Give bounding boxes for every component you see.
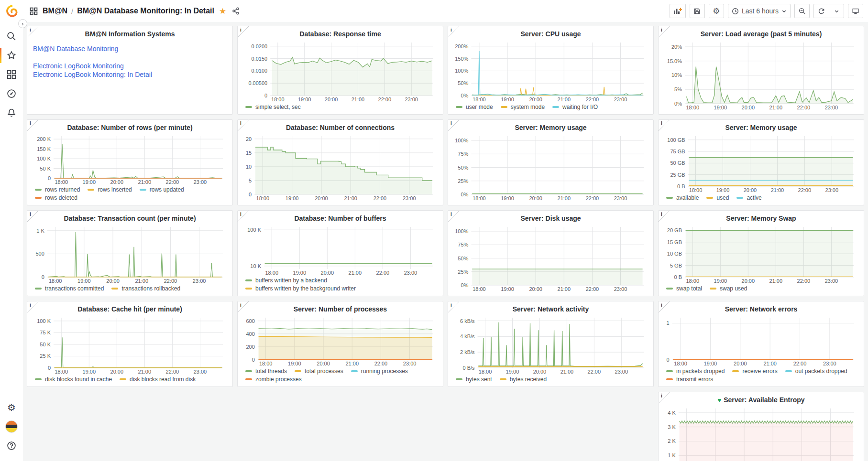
legend-item[interactable]: zombie processes — [245, 375, 302, 383]
panel-info-icon[interactable]: i — [238, 211, 249, 222]
panel-title[interactable]: Database: Number of rows (per minute) — [32, 122, 228, 133]
sidebar-item-help[interactable] — [0, 436, 23, 455]
panel-info-icon[interactable]: i — [448, 26, 460, 38]
panel-title[interactable]: Server: Memory usage — [663, 122, 859, 133]
dashboard-settings-button[interactable]: ⚙ — [709, 4, 724, 18]
legend-item[interactable]: buffers written by the background writer — [245, 285, 356, 292]
legend-item[interactable]: swap total — [666, 285, 702, 292]
legend-item[interactable]: system mode — [501, 103, 545, 111]
breadcrumb-folder[interactable]: BM@N — [43, 7, 67, 15]
legend-item[interactable]: user mode — [456, 103, 493, 111]
chart-db-buffers[interactable]: 10 K100 K18:0019:0020:0021:0022:0023:00 — [242, 224, 438, 276]
panel-title[interactable]: Server: Memory usage — [453, 122, 648, 133]
panel-info-icon[interactable]: i — [659, 392, 670, 404]
panel-info-icon[interactable]: i — [448, 120, 460, 131]
panel-title[interactable]: Server: Number of processes — [242, 304, 438, 315]
cycle-view-mode-button[interactable] — [848, 4, 863, 18]
chart-server-cpu[interactable]: 0%50%100%150%200%18:0019:0020:0021:0022:… — [453, 40, 648, 103]
legend-item[interactable]: bytes received — [500, 375, 547, 383]
legend-item[interactable]: transactions rollbacked — [111, 285, 180, 292]
legend-item[interactable]: disk blocks found in cache — [35, 375, 112, 383]
legend-item[interactable]: simple select, sec — [245, 103, 301, 111]
sidebar-item-search[interactable] — [0, 27, 23, 46]
save-dashboard-button[interactable] — [690, 4, 705, 18]
panel-title[interactable]: Server: Load average (past 5 minutes) — [663, 29, 859, 40]
legend-item[interactable]: rows returned — [35, 186, 80, 193]
chart-db-response-time[interactable]: 00.005000.01000.01500.020018:0019:0020:0… — [242, 40, 438, 103]
legend-item[interactable]: rows inserted — [88, 186, 132, 193]
panel-title[interactable]: Database: Number of buffers — [242, 213, 438, 224]
panel-title[interactable]: ♥Server: Available Entropy — [663, 395, 859, 406]
refresh-interval-dropdown[interactable] — [829, 4, 844, 18]
panel-title[interactable]: Server: CPU usage — [453, 29, 648, 40]
chart-db-connections[interactable]: 0510152018:0019:0020:0021:0022:0023:00 — [242, 133, 438, 202]
chart-server-memory-pct[interactable]: 0%25%50%75%100%18:0019:0020:0021:0022:00… — [453, 133, 648, 202]
legend-item[interactable]: transmit errors — [666, 375, 713, 383]
legend-item[interactable]: active — [736, 194, 761, 202]
legend-item[interactable]: rows updated — [140, 186, 184, 193]
dashboard-link[interactable]: BM@N Database Monitoring — [33, 44, 227, 53]
legend-item[interactable]: total threads — [245, 367, 287, 375]
legend-item[interactable]: running processes — [351, 367, 408, 375]
panel-title[interactable]: Server: Network errors — [663, 304, 859, 315]
chart-server-load[interactable]: 0%5%10%15.0%20%18:0019:0020:0021:0022:00… — [663, 40, 859, 111]
chart-server-network[interactable]: 0 B/s2 kB/s4 kB/s6 kB/s18:0019:0020:0021… — [453, 315, 648, 375]
panel-info-icon[interactable]: i — [238, 26, 249, 38]
legend-item[interactable]: in packets dropped — [666, 367, 725, 375]
sidebar-item-alerting[interactable] — [0, 103, 23, 122]
sidebar-item-configuration[interactable]: ⚙ — [0, 398, 23, 417]
dashboard-link[interactable]: Electronic LogBook Monitoring: In Detail — [33, 70, 227, 79]
refresh-button[interactable] — [813, 4, 829, 18]
sidebar-item-dashboards[interactable] — [0, 65, 23, 84]
panel-info-icon[interactable]: i — [659, 26, 670, 38]
legend-item[interactable]: used — [706, 194, 729, 202]
legend-item[interactable]: buffers written by a backend — [245, 277, 327, 284]
panel-title[interactable]: Database: Response time — [242, 29, 438, 40]
dashboard-link[interactable]: Electronic LogBook Monitoring — [33, 62, 227, 70]
panel-info-icon[interactable]: i — [448, 301, 460, 313]
panel-info-icon[interactable]: i — [27, 120, 39, 131]
sidebar-expand-button[interactable]: › — [18, 19, 27, 28]
legend-item[interactable]: rows deleted — [35, 194, 77, 202]
panel-info-icon[interactable]: i — [659, 120, 670, 131]
panel-title[interactable]: Database: Number of connections — [242, 122, 438, 133]
legend-item[interactable]: receive errors — [732, 367, 777, 375]
favorite-star-icon[interactable]: ★ — [219, 6, 226, 16]
panel-info-icon[interactable]: i — [238, 301, 249, 313]
add-panel-button[interactable] — [670, 4, 686, 18]
chart-db-transactions[interactable]: 05001 K18:0019:0020:0021:0022:0023:00 — [32, 224, 228, 284]
panel-title[interactable]: Server: Disk usage — [453, 213, 648, 224]
legend-item[interactable]: out packets dropped — [785, 367, 847, 375]
panel-info-icon[interactable]: i — [238, 120, 249, 131]
panel-info-icon[interactable]: i — [27, 301, 39, 313]
zoom-out-time-button[interactable] — [794, 4, 810, 18]
legend-item[interactable]: total processes — [295, 367, 343, 375]
legend-item[interactable]: swap used — [710, 285, 747, 292]
chart-db-rows[interactable]: 050 K100 K150 K200 K18:0019:0020:0021:00… — [32, 133, 228, 185]
panel-title[interactable]: BM@N Information Systems — [32, 29, 228, 40]
legend-item[interactable]: disk blocks read from disk — [120, 375, 196, 383]
chart-server-processes[interactable]: 020040060018:0019:0020:0021:0022:0023:00 — [242, 315, 438, 367]
legend-item[interactable]: bytes sent — [456, 375, 492, 383]
chart-server-entropy[interactable]: 01 K2 K3 K4 K18:0019:0020:0021:0022:0023… — [663, 406, 859, 461]
share-icon[interactable] — [232, 7, 240, 15]
panel-info-icon[interactable]: i — [27, 211, 39, 222]
panel-info-icon[interactable]: i — [27, 26, 39, 38]
chart-server-disk[interactable]: 0%25%50%75%100%18:0019:0020:0021:0022:00… — [453, 224, 648, 292]
panel-info-icon[interactable]: i — [448, 211, 460, 222]
panel-title[interactable]: Server: Network activity — [453, 304, 648, 315]
panel-info-icon[interactable]: i — [659, 301, 670, 313]
legend-item[interactable]: transactions committed — [35, 285, 104, 292]
chart-server-memory-gb[interactable]: 0 B25 GB50 GB75 GB100 GB18:0019:0020:002… — [663, 133, 859, 193]
sidebar-item-explore[interactable] — [0, 84, 23, 103]
panel-title[interactable]: Database: Cache hit (per minute) — [32, 304, 228, 315]
time-range-picker[interactable]: Last 6 hours — [728, 4, 791, 18]
chart-db-cache-hit[interactable]: 025 K50 K75 K100 K18:0019:0020:0021:0022… — [32, 315, 228, 375]
sidebar-item-profile[interactable] — [0, 417, 23, 436]
breadcrumb-dashboard[interactable]: BM@N Database Monitoring: In Detail — [77, 7, 214, 15]
panel-title[interactable]: Database: Transaction count (per minute) — [32, 213, 228, 224]
legend-item[interactable]: available — [666, 194, 699, 202]
chart-server-network-errors[interactable]: 0118:0019:0020:0021:0022:0023:00 — [663, 315, 859, 367]
sidebar-item-starred[interactable] — [0, 46, 23, 65]
panel-info-icon[interactable]: i — [659, 211, 670, 222]
